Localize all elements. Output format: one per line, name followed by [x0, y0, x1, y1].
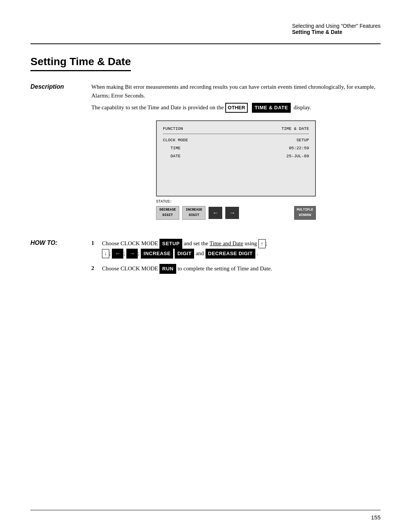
- page-title: Setting Time & Date: [30, 56, 131, 71]
- step2-content: Choose CLOCK MODE RUN to complete the se…: [102, 264, 381, 274]
- howto-body: 1 Choose CLOCK MODE SETUP and set the Ti…: [91, 239, 381, 279]
- para2-suffix-text: display.: [293, 104, 311, 110]
- display-row3-right: 25-JUL-89: [287, 153, 309, 160]
- decrease-digit-key: DECREASE DIGIT: [206, 249, 256, 259]
- left-arrow-key: ←: [112, 249, 123, 259]
- increase-key: INCREASE: [141, 249, 173, 259]
- footer: 155: [30, 510, 381, 532]
- display-row1-right: SETUP: [296, 137, 309, 144]
- step1-num: 1: [91, 239, 102, 259]
- time-date-key: TIME & DATE: [252, 103, 291, 113]
- and-text: and: [196, 250, 204, 256]
- step1-content: Choose CLOCK MODE SETUP and set the Time…: [102, 239, 381, 259]
- display-row1: CLOCK MODE SETUP: [163, 137, 309, 144]
- howto-section: HOW TO: 1 Choose CLOCK MODE SETUP and se…: [30, 239, 381, 279]
- page: Selecting and Using "Other" Features Set…: [0, 0, 411, 532]
- page-number: 155: [371, 514, 381, 521]
- step2: 2 Choose CLOCK MODE RUN to complete the …: [91, 264, 381, 274]
- right-arrow-btn: →: [225, 207, 239, 219]
- howto-steps: 1 Choose CLOCK MODE SETUP and set the Ti…: [91, 239, 381, 274]
- display-row2-left: TIME: [163, 145, 180, 152]
- setup-key: SETUP: [159, 239, 182, 249]
- display-row2: TIME 05:22:59: [163, 145, 309, 152]
- decrease-line2: DIGIT: [162, 213, 173, 218]
- status-buttons: DECREASE DIGIT INCREASE DIGIT ← →: [156, 206, 316, 220]
- increase-line2: DIGIT: [189, 213, 199, 218]
- description-para2: The capability to set the Time and Date …: [91, 103, 381, 113]
- breadcrumb-line1: Selecting and Using "Other" Features: [292, 23, 381, 29]
- display-row1-left: CLOCK MODE: [163, 137, 188, 144]
- right-arrow-key: →: [126, 249, 138, 259]
- multiple-window-btn: MULTIPLE WINDOW: [294, 206, 316, 220]
- step1-underline: Time and Date: [210, 240, 244, 246]
- step2-prefix: Choose CLOCK MODE: [102, 265, 158, 272]
- multi-line2: WINDOW: [299, 213, 311, 218]
- display-header: FUNCTION TIME & DATE: [163, 126, 309, 134]
- step1: 1 Choose CLOCK MODE SETUP and set the Ti…: [91, 239, 381, 259]
- description-para1: When making Bit error measurements and r…: [91, 83, 381, 101]
- increase-line1: INCREASE: [186, 208, 202, 213]
- para2-space: [249, 104, 251, 110]
- step2-suffix: to complete the setting of Time and Date…: [178, 265, 272, 272]
- description-label: Description: [30, 83, 91, 90]
- para2-prefix: The capability to set the Time and Date …: [91, 104, 224, 110]
- step1-mid: and set the: [184, 240, 208, 246]
- display-screen: FUNCTION TIME & DATE CLOCK MODE SETUP TI…: [156, 120, 316, 197]
- header: Selecting and Using "Other" Features Set…: [0, 0, 411, 39]
- run-key: RUN: [159, 264, 176, 274]
- display-row2-right: 05:22:59: [289, 145, 309, 152]
- status-bar: STATUS: DECREASE DIGIT INCREASE DIGIT ←: [156, 199, 316, 220]
- multi-line1: MULTIPLE: [297, 208, 313, 213]
- decrease-digit-btn: DECREASE DIGIT: [156, 206, 179, 220]
- status-label: STATUS:: [156, 199, 316, 205]
- display-container: FUNCTION TIME & DATE CLOCK MODE SETUP TI…: [91, 120, 381, 220]
- display-header-right: TIME & DATE: [281, 126, 309, 132]
- howto-label: HOW TO:: [30, 239, 91, 246]
- left-arrow-btn: ←: [209, 207, 222, 219]
- display-header-left: FUNCTION: [163, 126, 183, 132]
- down-arrow-btn: ↓: [102, 249, 109, 258]
- breadcrumb: Selecting and Using "Other" Features Set…: [292, 23, 381, 35]
- digit-key: DIGIT: [175, 249, 194, 259]
- display-row3-left: DATE: [163, 153, 180, 160]
- display-row3: DATE 25-JUL-89: [163, 153, 309, 160]
- up-arrow-btn: ↑: [258, 239, 266, 248]
- step1-mid2: using: [245, 240, 257, 246]
- main-content: Setting Time & Date Description When mak…: [0, 44, 411, 510]
- description-body: When making Bit error measurements and r…: [91, 83, 381, 227]
- decrease-line1: DECREASE: [159, 208, 176, 213]
- breadcrumb-line2: Setting Time & Date: [292, 29, 342, 35]
- step1-prefix: Choose CLOCK MODE: [102, 240, 158, 246]
- other-key: OTHER: [225, 103, 248, 113]
- step2-num: 2: [91, 264, 102, 274]
- increase-digit-btn: INCREASE DIGIT: [182, 206, 206, 220]
- description-section: Description When making Bit error measur…: [30, 83, 381, 227]
